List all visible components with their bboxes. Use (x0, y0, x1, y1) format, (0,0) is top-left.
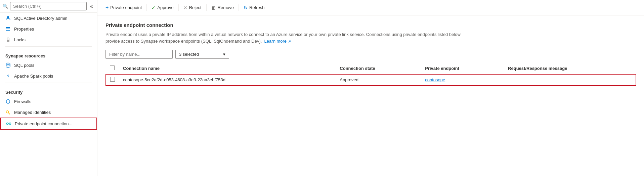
table-header-row: Connection name Connection state Private… (106, 63, 636, 74)
col-connection-state: Connection state (336, 63, 421, 74)
refresh-icon: ↻ (244, 5, 248, 10)
reject-label: Reject (189, 5, 202, 10)
connections-table: Connection name Connection state Private… (105, 63, 636, 86)
toolbar: + Private endpoint ✓ Approve ✕ Reject 🗑 … (97, 0, 644, 15)
collapse-sidebar-button[interactable]: « (89, 3, 94, 10)
row-select-cell[interactable] (106, 74, 119, 86)
private-endpoint-cell[interactable]: contosope (421, 74, 504, 86)
remove-button[interactable]: 🗑 Remove (209, 4, 237, 12)
sidebar-item-properties[interactable]: Properties (0, 24, 97, 34)
select-all-checkbox[interactable] (110, 65, 115, 70)
sidebar: 🔍 « SQL Active Directory admin Propertie… (0, 0, 97, 176)
sidebar-nav: SQL Active Directory admin Properties Lo… (0, 13, 97, 176)
svg-point-9 (9, 123, 11, 125)
page-title: Private endpoint connection (105, 22, 636, 28)
cross-icon: ✕ (183, 5, 187, 10)
sidebar-item-managed-identities[interactable]: Managed identities (0, 107, 97, 118)
content-area: Private endpoint connection Private endp… (97, 15, 644, 176)
sidebar-search-bar: 🔍 « (0, 0, 97, 13)
svg-point-0 (7, 16, 9, 18)
list-icon (5, 26, 11, 32)
sidebar-item-label: Firewalls (14, 99, 31, 104)
database-icon (5, 62, 11, 68)
filter-by-name-input[interactable] (105, 50, 173, 59)
sidebar-item-label: Locks (14, 37, 26, 42)
sidebar-item-apache-spark-pools[interactable]: Apache Spark pools (0, 71, 97, 81)
approve-button[interactable]: ✓ Approve (149, 4, 176, 12)
svg-rect-3 (6, 30, 10, 31)
chevron-down-icon: ▾ (223, 52, 225, 57)
col-private-endpoint: Private endpoint (421, 63, 504, 74)
sidebar-item-label: Private endpoint connection... (15, 121, 72, 126)
sidebar-item-private-endpoint-connection[interactable]: Private endpoint connection... (0, 118, 97, 130)
sidebar-item-sql-pools[interactable]: SQL pools (0, 60, 97, 71)
search-icon: 🔍 (3, 4, 8, 9)
spark-icon (5, 73, 11, 79)
connection-state-cell: Approved (336, 74, 421, 86)
add-private-endpoint-button[interactable]: + Private endpoint (103, 3, 144, 12)
svg-rect-4 (7, 40, 9, 42)
add-private-endpoint-label: Private endpoint (110, 5, 142, 10)
shield-icon (5, 99, 11, 104)
col-connection-name: Connection name (119, 63, 336, 74)
svg-rect-1 (6, 27, 10, 28)
toolbar-separator-1 (146, 4, 147, 11)
refresh-button[interactable]: ↻ Refresh (241, 4, 267, 12)
table-row[interactable]: contosope-5ce2af2d-e053-4608-a3e3-22aa3e… (106, 74, 636, 86)
person-icon (5, 15, 11, 21)
search-input[interactable] (10, 2, 87, 10)
select-all-header[interactable] (106, 63, 119, 74)
toolbar-separator-4 (239, 4, 239, 11)
section-security: Security (0, 84, 97, 96)
divider-synapse (5, 46, 92, 47)
svg-point-7 (6, 111, 9, 113)
sidebar-item-label: Apache Spark pools (14, 74, 53, 79)
connection-name-cell: contosope-5ce2af2d-e053-4608-a3e3-22aa3e… (119, 74, 336, 86)
key-icon (5, 109, 11, 115)
sidebar-item-firewalls[interactable]: Firewalls (0, 96, 97, 107)
approve-label: Approve (157, 5, 173, 10)
section-synapse-resources: Synapse resources (0, 48, 97, 60)
svg-rect-2 (6, 29, 10, 29)
private-endpoint-link[interactable]: contosope (425, 77, 445, 82)
main-content: + Private endpoint ✓ Approve ✕ Reject 🗑 … (97, 0, 644, 176)
sidebar-item-locks[interactable]: Locks (0, 34, 97, 45)
svg-point-5 (6, 63, 10, 65)
divider-security (5, 83, 92, 83)
endpoint-icon (6, 121, 11, 126)
reject-button[interactable]: ✕ Reject (181, 4, 204, 12)
filters-row: 3 selected ▾ (105, 50, 636, 59)
sidebar-item-label: Properties (14, 27, 34, 32)
sidebar-item-label: Managed identities (14, 110, 51, 115)
plus-icon: + (105, 5, 109, 11)
refresh-label: Refresh (249, 5, 265, 10)
remove-label: Remove (218, 5, 234, 10)
checkmark-icon: ✓ (152, 5, 156, 10)
dropdown-value: 3 selected (179, 52, 199, 57)
lock-icon (5, 37, 11, 42)
toolbar-separator-2 (178, 4, 179, 11)
svg-marker-6 (7, 74, 9, 78)
learn-more-link[interactable]: Learn more (264, 39, 287, 44)
request-response-cell (504, 74, 636, 86)
trash-icon: 🗑 (211, 5, 216, 10)
external-link-icon: ↗ (288, 39, 291, 43)
col-request-response: Request/Response message (504, 63, 636, 74)
state-filter-dropdown[interactable]: 3 selected ▾ (175, 50, 229, 59)
row-checkbox[interactable] (110, 77, 115, 82)
sidebar-item-sql-active-directory[interactable]: SQL Active Directory admin (0, 13, 97, 24)
toolbar-separator-3 (206, 4, 207, 11)
sidebar-item-label: SQL pools (14, 63, 34, 68)
sidebar-item-label: SQL Active Directory admin (14, 16, 67, 21)
page-description: Private endpoint uses a private IP addre… (105, 31, 475, 44)
svg-point-8 (7, 123, 8, 125)
